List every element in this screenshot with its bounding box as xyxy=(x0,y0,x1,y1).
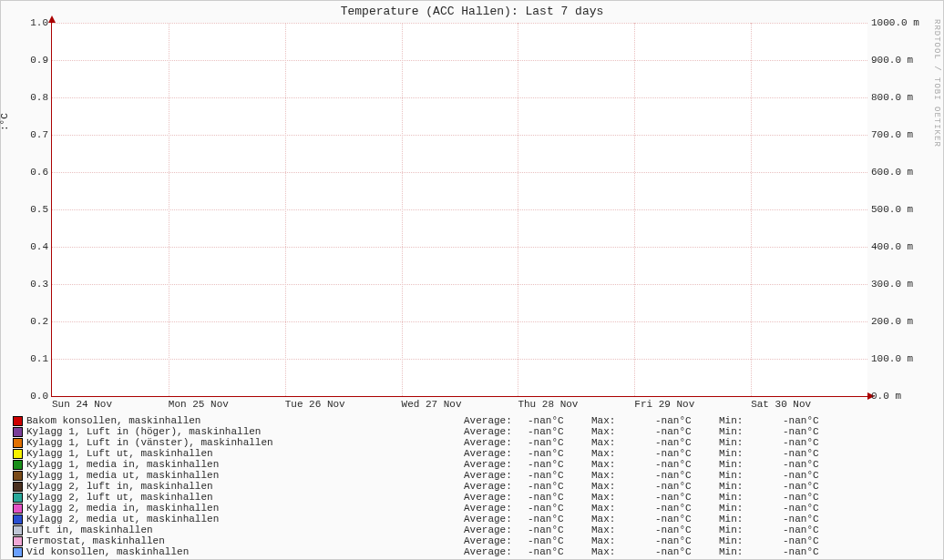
legend-stat-label: Average: xyxy=(464,481,528,492)
legend-stat-label: Average: xyxy=(464,426,528,437)
y2-tick: 300.0 m xyxy=(871,279,913,290)
legend-stat-value: -nan°C xyxy=(783,426,847,437)
legend-stat-value: -nan°C xyxy=(783,492,847,503)
legend-swatch xyxy=(13,482,23,492)
legend-stat-label: Max: xyxy=(591,535,655,546)
legend-stat-label: Max: xyxy=(591,415,655,426)
y-tick: 0.5 xyxy=(30,204,48,215)
legend-row: Kylagg 2, media in, maskinhallenAverage:… xyxy=(13,503,931,514)
legend-stat-value: -nan°C xyxy=(528,492,591,503)
legend-stat-label: Max: xyxy=(591,448,655,459)
gridline-h xyxy=(52,135,867,136)
x-tick: Mon 25 Nov xyxy=(169,399,229,410)
legend-stat-label: Min: xyxy=(719,415,783,426)
legend-stat-value: -nan°C xyxy=(783,514,847,524)
y-tick: 0.1 xyxy=(30,353,48,364)
y-tick: 0.3 xyxy=(30,279,48,290)
legend-stat-label: Max: xyxy=(591,426,655,437)
gridline-v xyxy=(169,23,169,396)
legend-row: Luft in, maskinhallenAverage:-nan°CMax:-… xyxy=(13,524,931,535)
legend-stat-value: -nan°C xyxy=(528,415,591,426)
legend-stat-label: Average: xyxy=(464,437,528,448)
legend-stat-value: -nan°C xyxy=(655,459,719,470)
legend-stat-value: -nan°C xyxy=(528,470,591,481)
x-tick: Fri 29 Nov xyxy=(634,399,694,410)
legend-stat-label: Average: xyxy=(464,503,528,514)
gridline-h xyxy=(52,247,867,248)
legend-stat-value: -nan°C xyxy=(655,535,719,546)
legend-stat-label: Average: xyxy=(464,535,528,546)
legend-stat-value: -nan°C xyxy=(783,448,847,459)
gridline-v xyxy=(402,23,403,396)
legend-swatch xyxy=(13,471,23,481)
gridline-v xyxy=(634,23,635,396)
legend-row: Kylagg 1, Luft in (vänster), maskinhalle… xyxy=(13,437,931,448)
legend-stat-value: -nan°C xyxy=(783,524,847,535)
legend-stat-label: Average: xyxy=(464,492,528,503)
legend-stat-label: Min: xyxy=(719,524,783,535)
y-tick: 1.0 xyxy=(30,17,48,28)
legend-stat-label: Min: xyxy=(719,503,783,514)
legend-stat-value: -nan°C xyxy=(528,448,591,459)
y2-tick: 1000.0 m xyxy=(871,17,919,28)
y-tick: 0.0 xyxy=(30,391,48,402)
y2-tick: 100.0 m xyxy=(871,353,913,364)
legend-row: Kylagg 1, Luft ut, maskinhallenAverage:-… xyxy=(13,448,931,459)
legend-stat-label: Min: xyxy=(719,426,783,437)
legend-series-name: Kylagg 2, luft in, maskinhallen xyxy=(26,481,464,492)
legend-stat-value: -nan°C xyxy=(655,415,719,426)
legend-stat-label: Max: xyxy=(591,437,655,448)
gridline-v xyxy=(285,23,286,396)
legend-stat-label: Min: xyxy=(719,437,783,448)
legend-series-name: Kylagg 1, Luft in (vänster), maskinhalle… xyxy=(26,437,464,448)
legend-stat-label: Max: xyxy=(591,470,655,481)
y2-tick: 900.0 m xyxy=(871,55,913,66)
y-tick: 0.7 xyxy=(30,129,48,140)
legend-stat-label: Max: xyxy=(591,524,655,535)
legend-series-name: Vid konsollen, maskinhallen xyxy=(26,546,464,557)
legend-stat-label: Max: xyxy=(591,459,655,470)
legend-stat-value: -nan°C xyxy=(783,459,847,470)
legend-stat-value: -nan°C xyxy=(528,524,591,535)
legend-series-name: Kylagg 1, Luft in (höger), maskinhallen xyxy=(26,426,464,437)
legend-series-name: Luft in, maskinhallen xyxy=(26,524,464,535)
y2-tick: 700.0 m xyxy=(871,129,913,140)
gridline-h xyxy=(52,321,867,322)
plot-area: 0.00.0 m0.1100.0 m0.2200.0 m0.3300.0 m0.… xyxy=(51,23,867,397)
x-tick: Tue 26 Nov xyxy=(285,399,345,410)
legend-stat-label: Min: xyxy=(719,492,783,503)
legend-stat-value: -nan°C xyxy=(528,535,591,546)
legend-stat-label: Max: xyxy=(591,503,655,514)
chart-title: Temperature (ACC Hallen): Last 7 days xyxy=(1,5,943,18)
legend-stat-label: Min: xyxy=(719,546,783,557)
legend-row: Kylagg 1, media ut, maskinhallenAverage:… xyxy=(13,470,931,481)
legend-row: Kylagg 2, luft ut, maskinhallenAverage:-… xyxy=(13,492,931,503)
legend-stat-value: -nan°C xyxy=(783,535,847,546)
legend-row: Bakom konsollen, maskinhallenAverage:-na… xyxy=(13,415,931,426)
chart-container: Temperature (ACC Hallen): Last 7 days RR… xyxy=(0,0,944,560)
legend-stat-label: Min: xyxy=(719,535,783,546)
legend-stat-value: -nan°C xyxy=(655,503,719,514)
y-tick: 0.2 xyxy=(30,316,48,327)
legend-stat-label: Average: xyxy=(464,470,528,481)
legend-swatch xyxy=(13,504,23,514)
gridline-v xyxy=(518,23,518,396)
legend-row: Kylagg 2, media ut, maskinhallenAverage:… xyxy=(13,514,931,524)
legend-stat-label: Min: xyxy=(719,448,783,459)
gridline-h xyxy=(52,23,867,24)
legend-stat-value: -nan°C xyxy=(655,524,719,535)
legend-stat-value: -nan°C xyxy=(655,448,719,459)
legend-swatch xyxy=(13,536,23,546)
legend-series-name: Kylagg 2, luft ut, maskinhallen xyxy=(26,492,464,503)
legend-stat-label: Average: xyxy=(464,448,528,459)
legend-stat-label: Average: xyxy=(464,514,528,524)
legend-swatch xyxy=(13,438,23,448)
gridline-h xyxy=(52,284,867,285)
legend-swatch xyxy=(13,427,23,437)
legend-stat-value: -nan°C xyxy=(655,481,719,492)
legend-series-name: Bakom konsollen, maskinhallen xyxy=(26,415,464,426)
legend-stat-value: -nan°C xyxy=(528,514,591,524)
y2-tick: 400.0 m xyxy=(871,241,913,252)
legend-swatch xyxy=(13,416,23,426)
x-tick: Thu 28 Nov xyxy=(518,399,578,410)
